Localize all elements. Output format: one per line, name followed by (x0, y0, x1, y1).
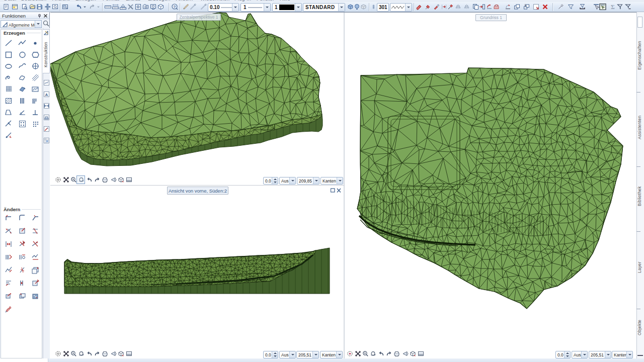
svg-text:Σ: Σ (611, 4, 615, 10)
svg-text:A: A (45, 93, 48, 97)
svg-text:?: ? (174, 5, 176, 9)
